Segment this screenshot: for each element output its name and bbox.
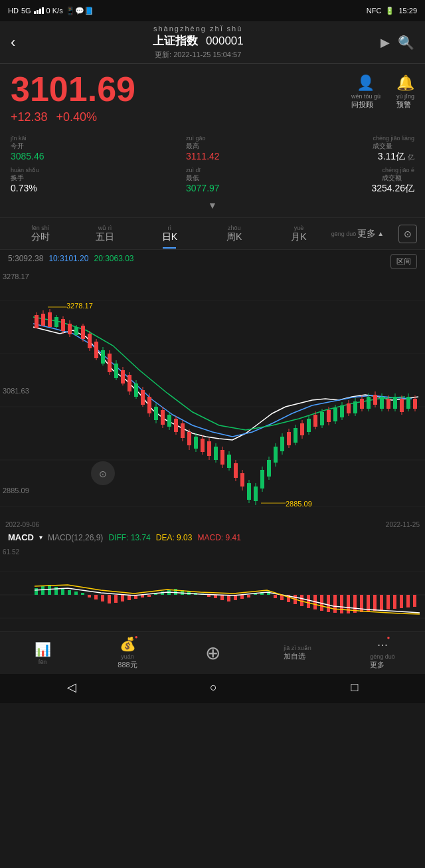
svg-rect-135 — [54, 587, 58, 595]
macd-diff: DIFF: 13.74 — [108, 533, 150, 542]
stat-high: zuì gāo 最高 3111.42 — [186, 135, 239, 162]
tab-yuek[interactable]: yuè 月K — [266, 217, 331, 251]
svg-rect-168 — [274, 595, 277, 598]
svg-rect-133 — [41, 586, 44, 595]
advisor-button[interactable]: 👤 wèn tóu gù 问投顾 — [351, 74, 381, 110]
stat-turnover: huàn shǒu 换手 0.73% — [11, 167, 64, 193]
macd-dea: DEA: 9.03 — [156, 533, 193, 542]
stat-high-value: 3111.42 — [186, 151, 220, 162]
macd-chart-svg — [0, 545, 425, 631]
date-end: 2022-11-25 — [386, 521, 420, 528]
svg-rect-185 — [386, 595, 390, 609]
stat-volume-value: 3.11亿 亿 — [378, 151, 414, 163]
price-label-mid: 3081.63 — [3, 387, 29, 395]
title-pinyin: shàngzhèng zhǐ shù — [15, 25, 381, 33]
svg-rect-189 — [413, 595, 416, 607]
macd-y-label: 61.52 — [3, 548, 19, 556]
svg-rect-187 — [400, 595, 403, 608]
svg-rect-178 — [340, 595, 343, 613]
svg-rect-141 — [94, 595, 98, 599]
chart-bar-icon: 📊 — [35, 641, 51, 657]
nav-add[interactable]: ⊕ — [170, 642, 255, 664]
expand-button[interactable]: ▼ — [11, 199, 414, 215]
macd-header: MACD ▾ MACD(12,26,9) DIFF: 13.74 DEA: 9.… — [0, 530, 425, 545]
price-label-low: 2885.09 — [3, 487, 29, 494]
chart-container: 5:3092.38 10:3101.20 20:3063.03 区间 3278.… — [0, 250, 425, 530]
main-price: 3101.69 — [11, 72, 135, 106]
chart-tabs: fēn shí 分时 wǔ rì 五日 rì 日K zhōu 周K yuè 月K… — [0, 218, 425, 250]
svg-rect-176 — [327, 595, 330, 612]
kline-chart-svg: 3278.17 2885.09 — [0, 267, 425, 520]
macd-chart[interactable]: 61.52 — [0, 545, 425, 631]
price-change-abs: +12.38 — [11, 110, 48, 124]
status-apps: 📱💬📘 — [66, 7, 94, 15]
svg-rect-137 — [68, 590, 71, 595]
svg-rect-160 — [220, 595, 224, 600]
svg-rect-132 — [35, 588, 38, 595]
alert-icon: 🔔 — [396, 74, 414, 92]
macd-params: MACD(12,26,9) — [48, 533, 103, 542]
camera-button[interactable]: ⊙ — [398, 225, 417, 243]
nav-watchlist[interactable]: jiā zì xuǎn 加自选 — [255, 645, 340, 661]
home-button[interactable]: ○ — [210, 681, 217, 695]
svg-rect-144 — [114, 595, 118, 603]
tab-more[interactable]: gēng duō 更多 ▲ — [331, 220, 396, 248]
svg-rect-184 — [380, 595, 383, 610]
svg-rect-183 — [373, 595, 377, 611]
svg-rect-149 — [147, 595, 151, 597]
svg-rect-145 — [121, 595, 124, 601]
nfc-icon: NFC — [367, 7, 382, 15]
back-sys-button[interactable]: ◁ — [67, 680, 76, 695]
advisor-icon: 👤 — [357, 74, 375, 92]
stats-row-1: jīn kāi 今开 3085.46 zuì gāo 最高 3111.42 ch… — [11, 135, 414, 163]
status-time: 15:29 — [398, 7, 417, 15]
svg-rect-182 — [367, 595, 370, 611]
svg-rect-143 — [108, 595, 111, 603]
search-button[interactable]: 🔍 — [398, 35, 414, 51]
stat-amount-value: 3254.26亿 — [371, 183, 414, 195]
stats-row-2: huàn shǒu 换手 0.73% zuì dī 最低 3077.97 ché… — [11, 167, 414, 195]
date-start: 2022-09-06 — [5, 521, 39, 528]
svg-text:⊙: ⊙ — [99, 469, 107, 479]
svg-rect-164 — [247, 595, 250, 597]
macd-toggle[interactable]: ▾ — [39, 534, 42, 541]
tab-zhouk[interactable]: zhōu 周K — [202, 217, 266, 251]
tab-wuri[interactable]: wǔ rì 五日 — [72, 217, 137, 251]
macd-title: MACD — [8, 532, 34, 542]
chart-info-bar: 5:3092.38 10:3101.20 20:3063.03 — [0, 250, 425, 267]
play-button[interactable]: ▶ — [381, 35, 390, 50]
header: ‹ shàngzhèng zhǐ shù 上证指数 000001 更新: 202… — [0, 21, 425, 64]
status-signal: 5G — [21, 7, 31, 15]
index-code: 000001 — [206, 35, 244, 47]
stat-low-value: 3077.97 — [186, 183, 220, 193]
svg-text:3278.17: 3278.17 — [66, 302, 93, 310]
macd-value: MACD: 9.41 — [197, 533, 240, 542]
nav-more[interactable]: ● ··· gēng duō 更多 — [340, 637, 425, 670]
svg-rect-163 — [240, 595, 244, 599]
tab-fenshi[interactable]: fēn shí 分时 — [8, 217, 72, 251]
price-actions: 👤 wèn tóu gù 问投顾 🔔 yù jǐng 预警 — [351, 74, 414, 110]
ma10-label: 10:3101.20 — [48, 254, 88, 263]
recents-button[interactable]: □ — [351, 681, 358, 695]
status-left: HD 5G 0 K/s 📱💬📘 — [8, 7, 94, 15]
status-hd: HD — [8, 7, 19, 15]
price-label-high: 3278.17 — [3, 272, 29, 280]
status-bar: HD 5G 0 K/s 📱💬📘 NFC 🔋 15:29 — [0, 0, 425, 21]
status-right: NFC 🔋 15:29 — [367, 7, 417, 15]
svg-text:2885.09: 2885.09 — [286, 500, 312, 508]
nav-amount[interactable]: ● 💰 yuán 888元 — [85, 636, 170, 670]
alert-button[interactable]: 🔔 yù jǐng 预警 — [396, 74, 414, 110]
main-chart[interactable]: 3278.17 3081.63 2885.09 3278.17 2885.09 — [0, 267, 425, 520]
add-icon: ⊕ — [205, 642, 220, 664]
back-button[interactable]: ‹ — [11, 34, 15, 51]
svg-rect-142 — [101, 595, 104, 601]
stats-section: jīn kāi 今开 3085.46 zuì gāo 最高 3111.42 ch… — [0, 130, 425, 218]
nav-stats[interactable]: 📊 fēn — [0, 641, 85, 665]
signal-bars — [34, 7, 44, 14]
svg-rect-188 — [406, 595, 410, 607]
tab-rik[interactable]: rì 日K — [137, 217, 202, 251]
bottom-nav: 📊 fēn ● 💰 yuán 888元 ⊕ jiā zì xuǎn 加自选 ● … — [0, 631, 425, 674]
title-main: 上证指数 000001 — [15, 33, 381, 49]
stat-volume: chéng jiāo liàng 成交量 3.11亿 亿 — [361, 135, 414, 163]
battery-icon: 🔋 — [385, 7, 394, 15]
